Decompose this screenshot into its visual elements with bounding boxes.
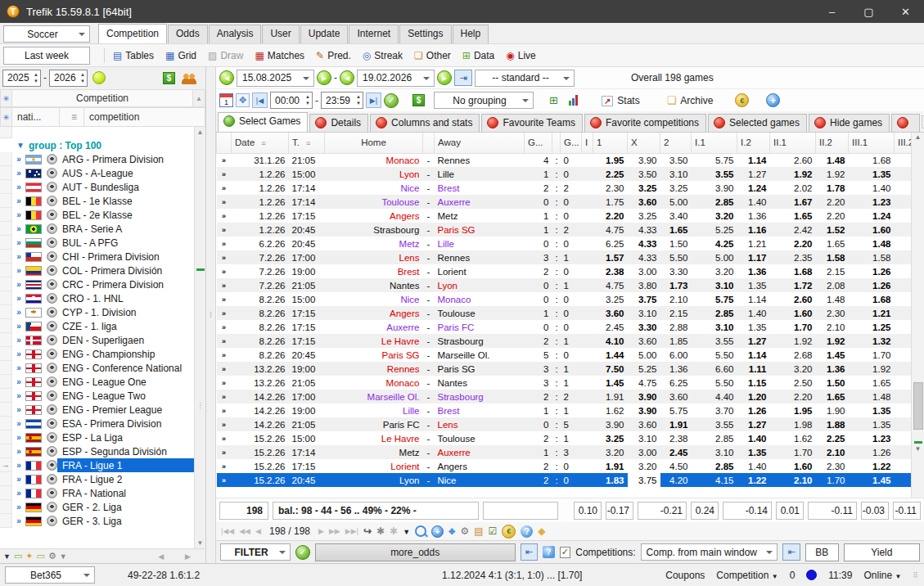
toolbar-button[interactable]: Pred. (310, 47, 357, 64)
col-odds-iii1[interactable]: III.1 (849, 133, 895, 153)
spinner-arrows-icon[interactable]: ▲▼ (34, 71, 38, 84)
expand-icon[interactable]: » (12, 516, 25, 525)
expand-icon[interactable]: » (12, 294, 25, 303)
filter-apply-button[interactable]: ✓ (295, 545, 310, 560)
scroll-thumb[interactable] (913, 382, 923, 430)
col-odds-1[interactable]: 1 (593, 133, 628, 153)
competition-item[interactable]: » AUS - A-League (0, 166, 194, 180)
date-to-next-button[interactable]: ▶ (437, 70, 452, 85)
expand-icon[interactable]: » (217, 403, 232, 417)
game-row[interactable]: » 8.2.26 17:15 Angers - Toulouse 1 : 0 (217, 306, 912, 320)
toolbar-button[interactable]: Live (500, 47, 542, 64)
game-row[interactable]: » 15.2.26 15:00 Le Havre - Toulouse 2 : … (217, 431, 912, 445)
pin-icon[interactable]: ✳ (0, 89, 12, 107)
expand-icon[interactable]: » (12, 322, 25, 331)
date-to-select[interactable]: 19.02.2026 (357, 70, 435, 87)
expand-icon[interactable]: » (217, 445, 232, 459)
expand-icon[interactable]: » (217, 376, 232, 390)
pin-icon[interactable]: ✳ (0, 107, 12, 127)
toolbar-button[interactable]: Grid (160, 47, 202, 64)
competitions-checkbox[interactable]: ✓ (560, 547, 571, 558)
year-to-spinner[interactable]: 2026 ▲▼ (49, 70, 88, 87)
view-tab[interactable]: Favorite competitions (584, 114, 706, 132)
table-scrollbar[interactable]: ▲ ▼ (911, 133, 924, 498)
expand-icon[interactable]: » (217, 195, 232, 209)
col-odds-i1[interactable]: I.1 (692, 133, 737, 153)
expand-icon[interactable]: » (12, 377, 25, 386)
competition-item[interactable]: » COL - Primera División (0, 264, 194, 277)
expand-icon[interactable]: » (12, 155, 25, 164)
game-row[interactable]: » 15.2.26 17:14 Metz - Auxerre 1 : 3 (217, 445, 912, 459)
game-row[interactable]: » 8.2.26 20:45 Paris SG - Marseille Ol. … (217, 348, 912, 362)
competition-item[interactable]: » GER - 3. Liga (0, 514, 194, 528)
competition-item[interactable]: » CZE - 1. liga (0, 319, 194, 333)
menu-tab[interactable]: Competition (98, 24, 167, 43)
col-away[interactable]: Away (435, 133, 525, 153)
filter-select[interactable]: FILTER (220, 543, 291, 561)
expand-icon[interactable]: » (217, 237, 232, 250)
yield-button[interactable]: Yield (844, 543, 920, 561)
fast-prev-button[interactable]: ◀◀ (239, 527, 250, 535)
coins-icon[interactable] (735, 93, 749, 107)
expand-icon[interactable]: » (217, 459, 232, 473)
view-tab[interactable]: Favourite Teams (481, 114, 582, 132)
expand-icon[interactable]: » (217, 278, 232, 292)
online-menu[interactable]: Online ▼ (863, 570, 901, 581)
game-row[interactable]: » 14.2.26 17:00 Marseille Ol. - Strasbou… (217, 390, 912, 403)
expand-icon[interactable]: » (12, 349, 25, 358)
competition-item[interactable]: » CYP - 1. Division (0, 305, 194, 319)
expand-icon[interactable]: » (12, 266, 25, 275)
expand-icon[interactable]: » (12, 196, 25, 205)
expand-icon[interactable]: » (12, 461, 25, 470)
view-tab[interactable]: Details (309, 114, 368, 132)
col-odds-ii2[interactable]: II.2 (816, 133, 849, 153)
sun2-icon[interactable] (390, 525, 398, 537)
expand-icon[interactable]: » (12, 308, 25, 317)
tennis-ball-icon[interactable] (92, 71, 106, 84)
layout-plain-icon[interactable] (37, 552, 45, 561)
tag-icon[interactable] (538, 525, 545, 537)
view-tab[interactable]: Selected games (708, 114, 807, 132)
view-tab[interactable]: Hide games (809, 114, 890, 132)
scroll-up-icon[interactable]: ▲ (915, 133, 922, 141)
table-add-icon[interactable] (549, 94, 558, 106)
resize-grip[interactable]: ⠿ (913, 571, 919, 579)
transfer-left-icon[interactable]: ⇤ (782, 543, 800, 561)
toolbar-button[interactable]: Draw (202, 47, 249, 64)
menu-tab[interactable]: Odds (168, 25, 208, 43)
competition-item[interactable]: » ENG - Conference National (0, 361, 194, 375)
apply-time-button[interactable]: ✓ (384, 93, 399, 108)
expand-icon[interactable]: » (12, 489, 25, 498)
filter-funnel-icon[interactable] (3, 552, 11, 561)
toolbar-button[interactable]: Matches (249, 47, 310, 64)
fast-next-button[interactable]: ▶▶ (329, 527, 340, 535)
last-page-button[interactable]: ▶▶| (345, 527, 358, 535)
competition-item[interactable]: » ARG - Primera Division (0, 152, 194, 166)
bb-button[interactable]: BB (805, 543, 839, 561)
game-row[interactable]: » 14.2.26 21:05 Paris FC - Lens 0 : 5 (217, 417, 912, 431)
sport-select[interactable]: Soccer (3, 25, 90, 43)
view-tab[interactable]: Select Games (218, 112, 308, 132)
time-to-spinner[interactable]: 23:59 ▲▼ (321, 92, 363, 109)
competition-item[interactable]: » GER - 2. Liga (0, 500, 194, 514)
view-tab[interactable] (891, 114, 920, 132)
competition-item[interactable]: » ESP - La Liga (0, 430, 194, 444)
panel-splitter[interactable]: ⁞ (206, 67, 216, 563)
calendar-icon[interactable]: 1 (219, 93, 233, 107)
competition-item[interactable]: » BRA - Serie A (0, 222, 194, 236)
expand-icon[interactable]: » (217, 473, 232, 487)
expand-icon[interactable]: » (12, 210, 25, 219)
scroll-down-icon[interactable]: ▼ (197, 539, 204, 547)
expand-icon[interactable]: » (12, 169, 25, 178)
competition-item[interactable]: » ENG - League One (0, 375, 194, 389)
expand-icon[interactable]: » (217, 167, 232, 181)
date-to-prev-button[interactable]: ◀ (340, 70, 354, 85)
col-odds-2[interactable]: 2 (660, 133, 692, 153)
competition-item[interactable]: » ESA - Primera Division (0, 417, 194, 430)
expand-icon[interactable]: » (217, 334, 232, 348)
game-row[interactable]: » 8.2.26 17:15 Auxerre - Paris FC 0 : 0 (217, 320, 912, 334)
game-row[interactable]: » 7.2.26 21:05 Nantes - Lyon 0 : 1 (217, 278, 912, 292)
menu-tab[interactable]: Internet (349, 25, 399, 43)
competition-item[interactable]: » FRA - Ligue 1 (0, 458, 194, 472)
expand-icon[interactable]: » (12, 224, 25, 233)
